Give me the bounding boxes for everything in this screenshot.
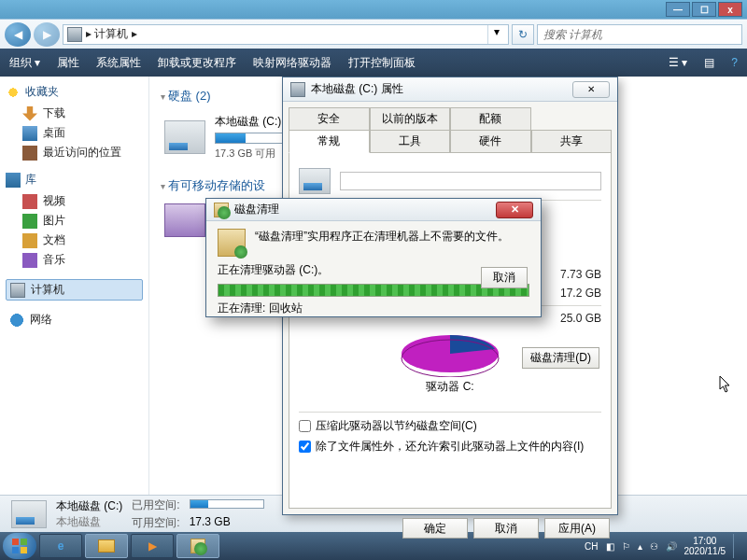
cleanup-icon <box>218 229 246 257</box>
svg-rect-5 <box>21 547 27 553</box>
drive-icon <box>290 82 305 97</box>
task-explorer[interactable] <box>85 534 128 558</box>
chevron-up-icon[interactable]: ▴ <box>638 541 642 552</box>
cleanup-cancel-button[interactable]: 取消 <box>481 267 528 288</box>
cleanup-message: “磁盘清理”实用程序正在清理机器上不需要的文件。 <box>255 229 509 245</box>
control-panel-button[interactable]: 打开控制面板 <box>348 55 416 71</box>
breadcrumb[interactable]: ▸ 计算机 ▸ <box>86 26 137 42</box>
download-icon <box>22 106 37 121</box>
sidebar-item-pictures[interactable]: 图片 <box>6 211 143 231</box>
ok-button[interactable]: 确定 <box>402 518 468 539</box>
disk-cleanup-dialog: 磁盘清理 ✕ “磁盘清理”实用程序正在清理机器上不需要的文件。 正在清理驱动器 … <box>205 198 542 317</box>
svg-rect-2 <box>12 539 19 545</box>
status-subtitle: 本地磁盘 <box>56 514 122 530</box>
organize-menu[interactable]: 组织 ▾ <box>9 55 40 71</box>
action-center-icon[interactable]: ⚐ <box>622 541 630 552</box>
volume-label-input[interactable] <box>340 172 601 190</box>
sidebar-item-music[interactable]: 音乐 <box>6 250 143 270</box>
video-icon <box>22 194 37 209</box>
tab-previous-versions[interactable]: 以前的版本 <box>370 107 451 131</box>
compress-checkbox[interactable]: 压缩此驱动器以节约磁盘空间(C) <box>299 418 601 434</box>
network-icon[interactable]: ⚇ <box>650 541 658 552</box>
picture-icon <box>22 214 37 229</box>
tab-row-top: 安全 以前的版本 配额 <box>289 107 612 130</box>
ime-indicator[interactable]: CH <box>585 541 598 552</box>
status-free-value: 17.3 GB <box>190 515 264 531</box>
tab-row-bottom: 常规 工具 硬件 共享 <box>289 130 612 152</box>
index-checkbox[interactable]: 除了文件属性外，还允许索引此驱动器上文件的内容(I) <box>299 439 601 455</box>
floppy-icon <box>164 203 205 237</box>
tab-general[interactable]: 常规 <box>289 130 370 153</box>
svg-rect-4 <box>12 547 19 553</box>
task-cleanup[interactable] <box>176 534 219 558</box>
properties-close-button[interactable]: ✕ <box>572 81 610 98</box>
sidebar-item-desktop[interactable]: 桌面 <box>6 123 143 143</box>
forward-button[interactable]: ▶ <box>34 22 60 47</box>
back-button[interactable]: ◀ <box>5 22 31 47</box>
close-button[interactable]: x <box>718 2 742 17</box>
show-desktop-button[interactable] <box>733 534 740 558</box>
library-icon <box>6 173 21 188</box>
tab-sharing[interactable]: 共享 <box>531 130 613 153</box>
sidebar-item-computer[interactable]: 计算机 <box>6 279 143 301</box>
cleanup-title-bar[interactable]: 磁盘清理 ✕ <box>206 199 541 221</box>
cleanup-icon <box>214 203 229 217</box>
total-size: 25.0 GB <box>560 312 601 325</box>
refresh-button[interactable]: ↻ <box>512 24 534 45</box>
search-input[interactable] <box>543 28 736 41</box>
document-icon <box>22 233 37 248</box>
task-ie[interactable]: e <box>39 534 82 558</box>
search-box[interactable] <box>537 24 742 45</box>
map-drive-button[interactable]: 映射网络驱动器 <box>253 55 331 71</box>
speaker-icon[interactable]: 🔊 <box>666 541 677 552</box>
preview-pane-icon[interactable]: ▤ <box>704 56 714 69</box>
ie-icon: e <box>58 539 64 553</box>
minimize-button[interactable]: — <box>666 2 690 17</box>
sidebar-item-network[interactable]: 网络 <box>6 310 143 329</box>
view-menu-icon[interactable]: ☰ ▾ <box>669 56 687 69</box>
clock[interactable]: 17:00 2020/11/5 <box>684 536 726 556</box>
cleanup-title: 磁盘清理 <box>234 202 279 217</box>
uninstall-button[interactable]: 卸载或更改程序 <box>158 55 236 71</box>
start-button[interactable] <box>3 533 36 559</box>
properties-title: 本地磁盘 (C:) 属性 <box>311 81 403 97</box>
used-size: 7.73 GB <box>560 268 601 281</box>
free-size: 17.2 GB <box>560 287 601 300</box>
cancel-button[interactable]: 取消 <box>473 518 539 539</box>
sidebar-item-recent[interactable]: 最近访问的位置 <box>6 143 143 162</box>
task-media-player[interactable]: ▶ <box>131 534 174 558</box>
music-icon <box>22 253 37 268</box>
favorites-group[interactable]: 收藏夹 <box>6 84 143 100</box>
help-icon[interactable]: ? <box>731 56 738 69</box>
play-icon: ▶ <box>148 539 157 553</box>
computer-icon <box>67 27 82 42</box>
cleanup-close-button[interactable]: ✕ <box>496 202 533 218</box>
address-dropdown[interactable]: ▾ <box>487 25 504 44</box>
tab-tools[interactable]: 工具 <box>370 130 451 153</box>
tab-hardware[interactable]: 硬件 <box>450 130 531 153</box>
navigation-pane: 收藏夹 下载 桌面 最近访问的位置 库 视频 图片 文档 音乐 计算机 网络 <box>0 77 149 495</box>
status-title: 本地磁盘 (C:) <box>56 498 122 514</box>
network-icon <box>9 313 24 328</box>
svg-rect-3 <box>21 539 27 545</box>
disk-cleanup-button[interactable]: 磁盘清理(D) <box>522 347 599 369</box>
drive-icon <box>299 168 331 194</box>
tray-icon[interactable]: ◧ <box>606 541 614 552</box>
system-properties-button[interactable]: 系统属性 <box>96 55 141 71</box>
properties-title-bar[interactable]: 本地磁盘 (C:) 属性 ✕ <box>283 77 617 102</box>
cleanup-current-item: 正在清理: 回收站 <box>218 301 529 316</box>
cursor-icon <box>719 375 732 394</box>
sidebar-item-documents[interactable]: 文档 <box>6 231 143 250</box>
tab-quota[interactable]: 配额 <box>450 107 531 131</box>
libraries-group[interactable]: 库 <box>6 172 143 188</box>
drive-icon <box>11 500 47 528</box>
tab-security[interactable]: 安全 <box>289 107 370 131</box>
properties-button[interactable]: 属性 <box>57 55 79 71</box>
maximize-button[interactable]: ☐ <box>692 2 716 17</box>
sidebar-item-downloads[interactable]: 下载 <box>6 104 143 123</box>
address-bar[interactable]: ▸ 计算机 ▸ ▾ <box>63 24 509 45</box>
apply-button[interactable]: 应用(A) <box>544 518 610 539</box>
sidebar-item-videos[interactable]: 视频 <box>6 191 143 211</box>
desktop-icon <box>22 126 37 141</box>
pie-label: 驱动器 C: <box>299 379 601 395</box>
